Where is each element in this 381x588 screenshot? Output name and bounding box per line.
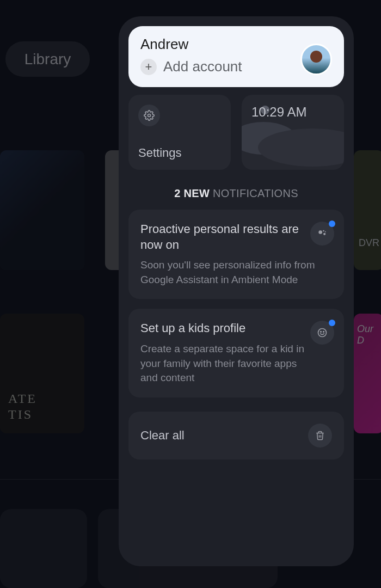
library-tab[interactable]: Library — [5, 41, 90, 77]
svg-point-2 — [323, 233, 325, 235]
account-card[interactable]: Andrew + Add account — [128, 26, 344, 87]
settings-label: Settings — [138, 146, 221, 160]
avatar[interactable] — [300, 44, 332, 75]
settings-tile[interactable]: Settings — [128, 95, 231, 170]
notifications-count: 2 NEW — [174, 187, 210, 199]
svg-point-6 — [321, 332, 322, 333]
notification-item[interactable]: Proactive personal results are now on So… — [128, 210, 344, 299]
app-card[interactable] — [0, 509, 87, 588]
notification-body: Soon you'll see personalized info from G… — [140, 258, 332, 287]
svg-point-1 — [318, 230, 322, 234]
add-account-label: Add account — [163, 58, 242, 75]
library-tab-label: Library — [24, 51, 71, 68]
notification-item[interactable]: Set up a kids profile Create a separate … — [128, 309, 344, 397]
content-card[interactable]: Our D — [354, 314, 381, 433]
svg-point-3 — [323, 230, 324, 232]
svg-point-4 — [325, 231, 326, 232]
content-card[interactable] — [354, 150, 381, 270]
clock-tile[interactable]: 10:29 AM — [242, 95, 344, 170]
notification-body: Create a separate space for a kid in you… — [140, 342, 332, 385]
notifications-header: 2 NEW NOTIFICATIONS — [128, 187, 344, 200]
account-panel: Andrew + Add account Settings 10:29 AM — [119, 16, 354, 566]
gear-icon — [138, 105, 160, 126]
trash-icon — [308, 424, 332, 448]
notification-title: Proactive personal results are now on — [140, 222, 332, 253]
clear-all-button[interactable]: Clear all — [128, 412, 344, 460]
notifications-label: NOTIFICATIONS — [213, 187, 298, 199]
dvr-label: DVR — [359, 237, 379, 249]
time-label: 10:29 AM — [251, 105, 334, 120]
svg-point-0 — [148, 114, 151, 117]
unread-dot-icon — [329, 220, 335, 227]
unread-dot-icon — [329, 320, 335, 326]
plus-icon: + — [140, 59, 157, 75]
content-card[interactable] — [0, 150, 84, 270]
svg-point-5 — [318, 329, 327, 337]
svg-point-7 — [323, 332, 324, 333]
smiley-icon — [310, 321, 334, 345]
poster-text: Our D — [354, 314, 381, 356]
content-card[interactable]: ATE TIS — [0, 314, 84, 433]
poster-text: ATE TIS — [8, 391, 37, 422]
assistant-icon — [310, 222, 334, 246]
notification-title: Set up a kids profile — [140, 321, 332, 336]
clear-all-label: Clear all — [140, 428, 185, 443]
